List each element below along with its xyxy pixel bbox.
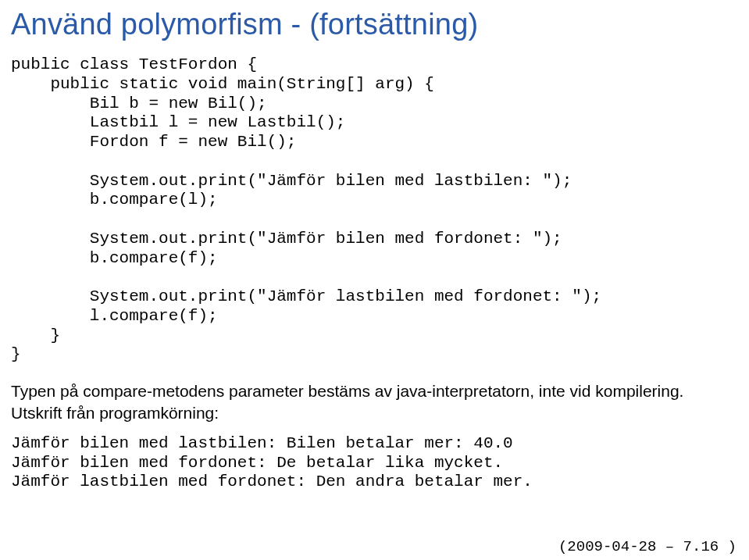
slide: Använd polymorfism - (fortsättning) publ… <box>0 0 749 560</box>
body-line-1: Typen på compare-metodens parameter best… <box>11 382 683 400</box>
body-line-2: Utskrift från programkörning: <box>11 404 219 422</box>
slide-title: Använd polymorfism - (fortsättning) <box>11 8 738 41</box>
body-text: Typen på compare-metodens parameter best… <box>11 380 738 423</box>
slide-footer: (2009-04-28 – 7.16 ) <box>558 538 737 555</box>
program-output: Jämför bilen med lastbilen: Bilen betala… <box>11 434 738 492</box>
code-block: public class TestFordon { public static … <box>11 55 738 365</box>
